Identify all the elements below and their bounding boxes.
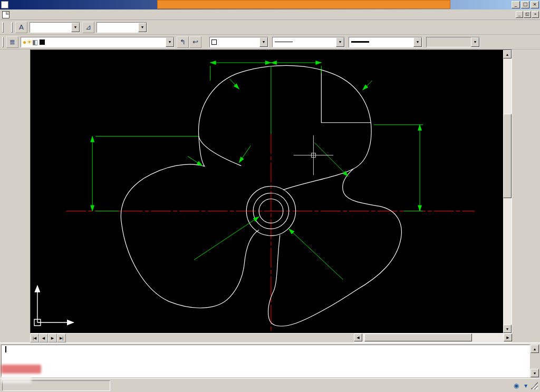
layer-freeze-sun-icon[interactable]: ☀ (26, 38, 32, 46)
blade-top (199, 65, 372, 190)
horizontal-scroll-thumb[interactable] (364, 334, 472, 341)
modify-toolbar (512, 50, 526, 342)
command-line-area: ▲ ▼ (0, 342, 540, 378)
chevron-down-icon[interactable]: ▼ (138, 23, 147, 32)
centerlines (66, 134, 475, 332)
scroll-right-icon[interactable]: ▶ (504, 334, 512, 341)
standard-toolbar: A ▼ ⊿ ▼ (0, 20, 540, 35)
communication-center-icon[interactable]: ◉ (512, 381, 521, 390)
linetype-sample (275, 42, 293, 42)
layer-properties-manager-button[interactable]: ≣ (6, 36, 18, 48)
linetype-control-combo[interactable]: ▼ (272, 37, 345, 47)
drawing-column: ▲ ▼ |◀ ◀ ▶ ▶| ◀ (30, 50, 512, 342)
horizontal-scroll-track[interactable] (362, 334, 504, 342)
chevron-down-icon: ▼ (471, 37, 479, 47)
window-controls: _ □ × (512, 1, 539, 8)
plotstyle-control-combo: ▼ (426, 37, 480, 47)
chevron-down-icon[interactable]: ▼ (336, 37, 344, 47)
status-menu-arrow-icon[interactable]: ▾ (523, 381, 529, 390)
make-object-layer-current-button[interactable]: ↰ (177, 36, 189, 48)
statusbar: ◉ ▾ (0, 378, 540, 392)
command-scrollbar[interactable]: ▲ ▼ (531, 345, 539, 377)
toolbar-grip[interactable] (2, 22, 4, 33)
color-control-combo[interactable]: ▼ (209, 37, 268, 47)
autocad-logo-icon (1, 1, 8, 8)
fan-outline (121, 65, 401, 326)
toolbar-grip[interactable] (2, 37, 4, 47)
tab-filler (66, 334, 354, 342)
command-scroll-track[interactable] (531, 353, 539, 369)
command-prompt-line[interactable] (4, 346, 527, 354)
dim-style-icon[interactable]: ⊿ (82, 22, 94, 33)
scroll-up-icon[interactable]: ▲ (531, 345, 539, 353)
coordinate-display[interactable] (2, 380, 110, 391)
draw-toolbar (0, 50, 15, 342)
layer-color-swatch[interactable] (40, 40, 45, 45)
doc-restore-button[interactable]: ◱ (524, 11, 531, 18)
layer-previous-button[interactable]: ↩ (189, 36, 201, 48)
lyrics-overlay-banner (157, 0, 450, 9)
lineweight-sample (351, 41, 369, 43)
scroll-down-icon[interactable]: ▼ (503, 325, 512, 333)
vertical-scroll-track[interactable] (503, 58, 512, 325)
canvas-row: ▲ ▼ (30, 50, 512, 334)
first-tab-button[interactable]: |◀ (30, 334, 39, 342)
close-button[interactable]: × (531, 1, 539, 8)
text-caret (5, 346, 6, 352)
text-style-icon[interactable]: A (15, 22, 27, 33)
toolbar-grip[interactable] (11, 22, 13, 33)
drawing-canvas[interactable] (31, 50, 503, 333)
ucs-icon (34, 286, 74, 326)
titlebar: _ □ × (0, 0, 540, 9)
right-toolbars (512, 50, 540, 342)
left-toolbars (0, 50, 30, 342)
layer-combo[interactable]: ● ☀ ◧ ▼ (21, 37, 175, 47)
prev-tab-button[interactable]: ◀ (39, 334, 48, 342)
autocad-window: _ □ × _ ◱ × A ▼ ⊿ ▼ (0, 0, 540, 392)
menubar: _ ◱ × (0, 9, 540, 20)
blade-left (121, 136, 259, 308)
color-swatch (211, 40, 217, 45)
object-snap-toolbar (15, 50, 30, 342)
scroll-down-icon[interactable]: ▼ (531, 369, 539, 377)
main-area: ▲ ▼ |◀ ◀ ▶ ▶| ◀ (0, 50, 540, 342)
step-edge (321, 69, 371, 123)
lineweight-control-combo[interactable]: ▼ (349, 37, 422, 47)
dim-style-combo[interactable]: ▼ (97, 22, 147, 33)
last-tab-button[interactable]: ▶| (57, 334, 66, 342)
blade-right (268, 169, 402, 326)
maximize-button[interactable]: □ (521, 1, 529, 8)
next-tab-button[interactable]: ▶ (48, 334, 57, 342)
layer-on-bulb-icon[interactable]: ● (23, 38, 26, 46)
vertical-scroll-thumb[interactable] (503, 114, 512, 198)
doc-close-button[interactable]: × (532, 11, 539, 18)
text-style-combo[interactable]: ▼ (30, 22, 80, 33)
doc-minimize-button[interactable]: _ (516, 11, 523, 18)
scroll-left-icon[interactable]: ◀ (354, 334, 362, 341)
layout-tab-row: |◀ ◀ ▶ ▶| ◀ ▶ (30, 334, 512, 342)
horizontal-scrollbar[interactable]: ◀ ▶ (354, 334, 512, 342)
minimize-button[interactable]: _ (512, 1, 520, 8)
command-history[interactable] (1, 345, 530, 377)
scroll-up-icon[interactable]: ▲ (503, 50, 512, 58)
document-window-controls: _ ◱ × (516, 11, 539, 18)
drawing-file-icon[interactable] (2, 11, 9, 18)
fan-drawing (31, 50, 503, 333)
layers-properties-toolbar: ≣ ● ☀ ◧ ▼ ↰ ↩ ▼ ▼ ▼ ▼ (0, 35, 540, 50)
vertical-scrollbar[interactable]: ▲ ▼ (503, 50, 512, 333)
resize-grip[interactable] (531, 382, 538, 389)
dimension-toolbar (526, 50, 540, 342)
chevron-down-icon[interactable]: ▼ (166, 37, 174, 47)
crosshair-cursor (294, 135, 333, 175)
dimension-lines (92, 63, 423, 279)
chevron-down-icon[interactable]: ▼ (413, 37, 422, 47)
layer-lock-icon[interactable]: ◧ (32, 38, 38, 46)
chevron-down-icon[interactable]: ▼ (259, 37, 268, 47)
chevron-down-icon[interactable]: ▼ (71, 23, 80, 32)
